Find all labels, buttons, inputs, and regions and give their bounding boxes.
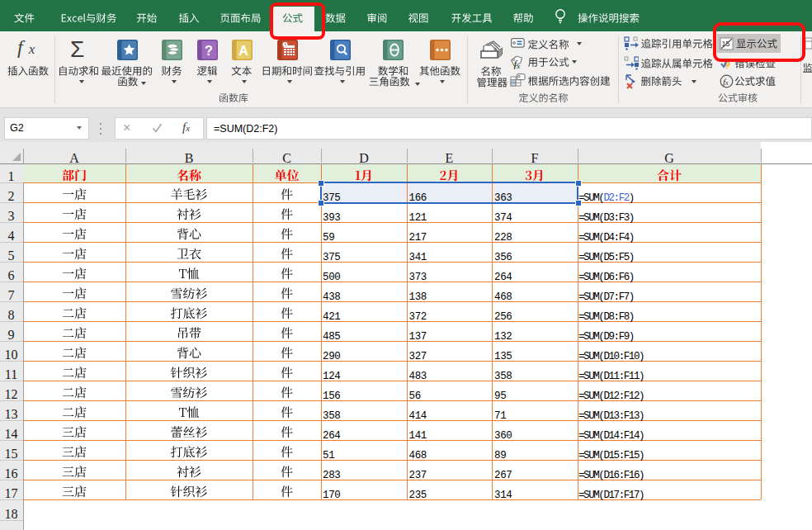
svg-text:A: A (238, 44, 248, 58)
svg-text:fx: fx (723, 77, 729, 87)
svg-text:?: ? (205, 44, 213, 58)
